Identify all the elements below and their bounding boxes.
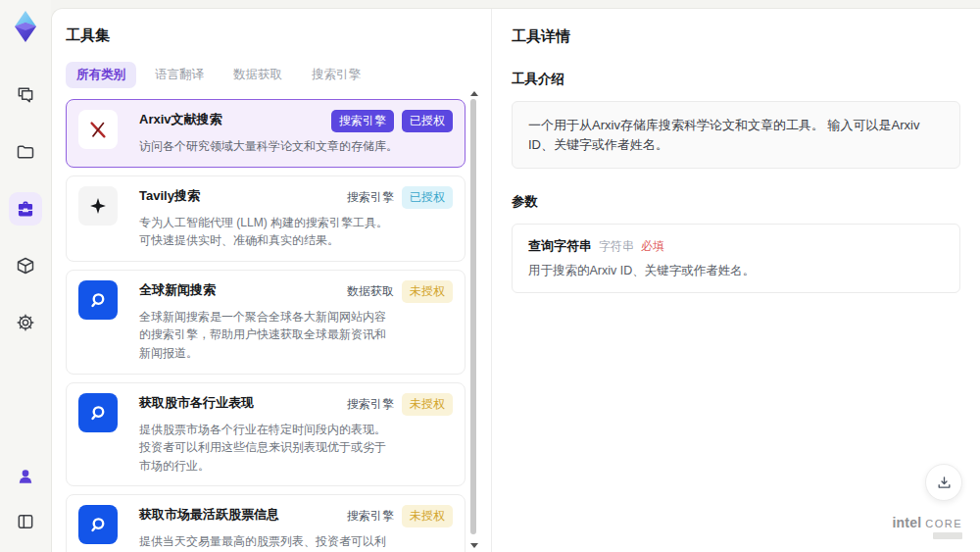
category-tag: 搜索引擎	[331, 110, 394, 132]
tool-card-tavily[interactable]: Tavily搜索 搜索引擎 已授权 专为人工智能代理 (LLM) 构建的搜索引擎…	[66, 176, 466, 262]
sidebar-rail	[0, 0, 51, 552]
brand-sub-bar	[933, 532, 962, 539]
tab-search-engine[interactable]: 搜索引擎	[301, 62, 371, 88]
status-badge: 已授权	[402, 186, 453, 209]
panel-toggle-icon[interactable]	[9, 505, 42, 538]
details-title: 工具详情	[512, 27, 960, 46]
main-panel: 工具集 所有类别 语言翻译 数据获取 搜索引擎 Arxiv文献搜索	[51, 8, 980, 552]
param-type: 字符串	[599, 238, 634, 255]
stock-search-icon	[78, 505, 118, 544]
tool-card-arxiv[interactable]: Arxiv文献搜索 搜索引擎 已授权 访问各个研究领域大量科学论文和文章的存储库…	[66, 99, 466, 168]
core-wordmark: CORE	[925, 518, 962, 529]
status-badge: 未授权	[402, 393, 453, 416]
category-tabs: 所有类别 语言翻译 数据获取 搜索引擎	[66, 62, 466, 88]
status-badge: 未授权	[402, 505, 453, 527]
category-tag: 数据获取	[347, 283, 394, 300]
list-scrollbar[interactable]	[469, 91, 478, 548]
tool-title: Arxiv文献搜索	[139, 110, 323, 128]
sidebar-nav	[9, 78, 42, 339]
tab-data-fetch[interactable]: 数据获取	[222, 62, 293, 88]
stock-search-icon	[78, 393, 118, 432]
news-search-icon	[78, 280, 118, 320]
tool-card-sector-performance[interactable]: 获取股市各行业表现 搜索引擎 未授权 提供股票市场各个行业在特定时间段内的表现。…	[66, 382, 466, 487]
page-title: 工具集	[66, 26, 466, 45]
intel-core-logo: intel CORE	[892, 515, 962, 539]
param-name: 查询字符串	[528, 237, 592, 255]
tab-translation[interactable]: 语言翻译	[144, 62, 215, 88]
status-badge: 已授权	[402, 110, 453, 132]
category-tag: 搜索引擎	[347, 396, 394, 413]
status-badge: 未授权	[402, 280, 453, 303]
param-required-badge: 必填	[641, 238, 664, 255]
params-heading: 参数	[512, 193, 960, 211]
intro-box: 一个用于从Arxiv存储库搜索科学论文和文章的工具。 输入可以是Arxiv ID…	[512, 101, 960, 169]
app-logo	[11, 10, 40, 43]
tool-list-pane: 工具集 所有类别 语言翻译 数据获取 搜索引擎 Arxiv文献搜索	[52, 9, 491, 552]
intro-heading: 工具介绍	[512, 71, 960, 88]
download-button[interactable]	[925, 464, 962, 501]
scrollbar-thumb[interactable]	[470, 99, 476, 534]
tool-description: 全球新闻搜索是一个聚合全球各大新闻网站内容的搜索引擎，帮助用户快速获取全球最新资…	[139, 308, 392, 363]
chat-icon[interactable]	[9, 78, 42, 112]
settings-gear-icon[interactable]	[9, 306, 42, 339]
tool-description: 访问各个研究领域大量科学论文和文章的存储库。	[139, 137, 453, 156]
tool-card-global-news[interactable]: 全球新闻搜索 数据获取 未授权 全球新闻搜索是一个聚合全球各大新闻网站内容的搜索…	[66, 270, 466, 375]
tool-card-most-active-stocks[interactable]: 获取市场最活跃股票信息 搜索引擎 未授权 提供当天交易量最高的股票列表、投资者可…	[66, 494, 466, 552]
arxiv-icon	[78, 110, 118, 149]
tool-title: Tavily搜索	[139, 186, 339, 205]
param-description: 用于搜索的Arxiv ID、关键字或作者姓名。	[528, 263, 944, 279]
package-icon[interactable]	[9, 249, 42, 282]
category-tag: 搜索引擎	[347, 189, 394, 206]
tool-description: 提供当天交易量最高的股票列表、投资者可以利用这些信息来识别流动性强的股票和潜在的…	[139, 532, 392, 552]
tool-description: 提供股票市场各个行业在特定时间段内的表现。投资者可以利用这些信息来识别表现优于或…	[139, 421, 392, 476]
tool-title: 获取市场最活跃股票信息	[139, 505, 339, 524]
tool-details-pane: 工具详情 工具介绍 一个用于从Arxiv存储库搜索科学论文和文章的工具。 输入可…	[491, 9, 980, 552]
param-box: 查询字符串 字符串 必填 用于搜索的Arxiv ID、关键字或作者姓名。	[512, 224, 960, 293]
intel-wordmark: intel	[892, 515, 921, 530]
category-tag: 搜索引擎	[347, 508, 394, 525]
tavily-icon	[78, 186, 118, 226]
tab-all-categories[interactable]: 所有类别	[66, 62, 136, 88]
tool-description: 专为人工智能代理 (LLM) 构建的搜索引擎工具。可快速提供实时、准确和真实的结…	[139, 214, 392, 250]
folder-icon[interactable]	[9, 135, 42, 169]
toolbox-icon[interactable]	[9, 192, 42, 226]
tool-title: 获取股市各行业表现	[139, 393, 339, 412]
tool-list: Arxiv文献搜索 搜索引擎 已授权 访问各个研究领域大量科学论文和文章的存储库…	[66, 99, 466, 552]
sidebar-bottom	[9, 460, 42, 538]
tool-title: 全球新闻搜索	[139, 280, 339, 299]
scroll-up-arrow[interactable]	[470, 91, 478, 96]
scroll-down-arrow[interactable]	[470, 543, 478, 548]
user-avatar-icon[interactable]	[9, 460, 42, 493]
